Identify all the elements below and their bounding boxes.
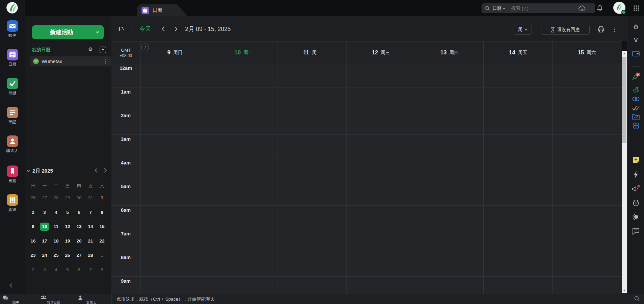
- mini-calendar-day[interactable]: 16: [27, 237, 39, 245]
- calendar-list-item[interactable]: ✓ Wumetax ⋮: [30, 56, 111, 66]
- vertical-scrollbar[interactable]: ▲ ▼: [622, 51, 627, 293]
- link-icon[interactable]: [627, 95, 644, 103]
- chat-search-icon[interactable]: [634, 296, 640, 302]
- search-scope-dropdown[interactable]: 日曆: [492, 5, 506, 11]
- mini-calendar-day[interactable]: 3: [39, 208, 50, 217]
- theme-toggle-icon[interactable]: [627, 212, 644, 221]
- mini-calendar-day[interactable]: 29: [62, 194, 73, 202]
- mini-calendar-day[interactable]: 17: [39, 237, 50, 245]
- mini-calendar-day[interactable]: 7: [85, 208, 96, 217]
- mini-calendar-day[interactable]: 5: [62, 208, 73, 217]
- chat-input-hint[interactable]: 点击这里，或按（Ctrl + Space），开始智能聊天: [117, 294, 215, 304]
- mini-calendar-day[interactable]: 8: [96, 266, 108, 274]
- scrollbar-thumb[interactable]: [622, 57, 626, 143]
- mini-calendar-day[interactable]: 28: [50, 194, 62, 202]
- mini-calendar-day[interactable]: 1: [96, 251, 108, 259]
- mini-calendar-day[interactable]: 6: [73, 208, 85, 217]
- mini-calendar-day[interactable]: 15: [96, 223, 108, 231]
- mini-calendar-day[interactable]: 21: [85, 237, 96, 245]
- gesture-hand-icon[interactable]: [627, 85, 644, 94]
- mini-calendar-day[interactable]: 3: [39, 266, 50, 274]
- mini-calendar-day[interactable]: 1: [96, 194, 108, 202]
- mini-calendar-day[interactable]: 22: [96, 237, 108, 245]
- chatbar-item-contacts[interactable]: 联系人: [78, 295, 105, 304]
- chatbar-item-chat[interactable]: 聊天: [2, 295, 29, 304]
- sidebar-collapse-icon[interactable]: [9, 283, 12, 288]
- feedback-chat-icon[interactable]: [627, 227, 644, 235]
- mini-calendar-day[interactable]: 6: [73, 266, 85, 274]
- mini-calendar-day[interactable]: 19: [62, 237, 73, 245]
- print-icon[interactable]: [596, 25, 606, 34]
- day-header[interactable]: 9周日: [140, 42, 209, 64]
- mini-calendar-day[interactable]: 9: [27, 223, 39, 231]
- tab-calendar[interactable]: 日曆: [137, 4, 192, 16]
- sparkle-add-icon[interactable]: [115, 24, 126, 34]
- folder-analytics-icon[interactable]: [627, 112, 644, 121]
- mini-calendar-day[interactable]: 31: [85, 194, 96, 202]
- mini-calendar-day[interactable]: 10: [40, 223, 49, 231]
- mini-calendar-day[interactable]: 11: [50, 223, 62, 231]
- day-header[interactable]: 12周三: [346, 42, 415, 64]
- mini-calendar-day[interactable]: 14: [85, 223, 96, 231]
- calendar-options-icon[interactable]: ⋮: [103, 58, 108, 65]
- mini-calendar-day[interactable]: 23: [27, 251, 39, 259]
- more-vertical-icon[interactable]: ⋮: [611, 25, 619, 34]
- scroll-up-icon[interactable]: ▲: [622, 51, 627, 56]
- notifications-bell-icon[interactable]: [595, 4, 604, 12]
- day-header[interactable]: 15周六: [552, 42, 621, 64]
- mini-calendar-day[interactable]: 30: [73, 194, 85, 202]
- mini-calendar-day[interactable]: 2: [27, 208, 39, 217]
- day-header[interactable]: 10周一: [209, 42, 278, 64]
- apps-grid-icon[interactable]: [632, 4, 641, 12]
- mini-calendar-day[interactable]: 26: [62, 251, 73, 259]
- timezone-cell[interactable]: GMT +08:00: [111, 42, 140, 64]
- mini-calendar-day[interactable]: 7: [85, 266, 96, 274]
- sidebar-item-contacts[interactable]: 聯絡人: [0, 135, 25, 153]
- mini-calendar-day[interactable]: 26: [27, 194, 39, 202]
- mini-calendar-day[interactable]: 27: [73, 251, 85, 259]
- compose-new-icon[interactable]: 新: [627, 72, 644, 81]
- prev-week-icon[interactable]: [159, 25, 167, 32]
- mini-calendar-day[interactable]: 4: [50, 208, 62, 217]
- mini-calendar-day[interactable]: 12: [62, 223, 73, 231]
- mini-calendar-day[interactable]: 18: [50, 237, 62, 245]
- mini-calendar-day[interactable]: 27: [39, 194, 50, 202]
- sidebar-item-mail[interactable]: 郵件: [0, 20, 25, 38]
- settings-gear-icon[interactable]: ⚙: [627, 22, 644, 31]
- day-header[interactable]: 13周四: [415, 42, 484, 64]
- sidebar-item-notes[interactable]: 筆記: [0, 107, 25, 125]
- mini-calendar-day[interactable]: 2: [27, 266, 39, 274]
- sidebar-item-calendar[interactable]: 日曆: [0, 49, 25, 67]
- collapse-caret-icon[interactable]: [27, 170, 30, 172]
- clover-icon[interactable]: [627, 121, 644, 130]
- wallet-icon[interactable]: [627, 49, 644, 58]
- announcement-icon[interactable]: [627, 184, 644, 193]
- mini-calendar-title[interactable]: 2月 2025: [32, 168, 53, 174]
- double-check-icon[interactable]: [627, 104, 644, 112]
- mini-calendar-day[interactable]: 20: [73, 237, 85, 245]
- view-selector[interactable]: 周: [514, 25, 532, 35]
- new-event-dropdown[interactable]: [91, 25, 104, 39]
- calendar-grid[interactable]: 12am1am2am3am4am5am6am7am8am9am: [111, 64, 627, 294]
- sticky-note-add-icon[interactable]: [627, 155, 644, 164]
- mini-calendar-next-icon[interactable]: [104, 168, 107, 173]
- day-header[interactable]: 11周二: [278, 42, 346, 64]
- calendar-check-icon[interactable]: ✓: [33, 58, 39, 64]
- sidebar-item-bookmarks[interactable]: 書簽: [0, 166, 25, 183]
- day-header[interactable]: 14周五: [483, 42, 552, 64]
- flash-icon[interactable]: [627, 170, 644, 179]
- scroll-down-icon[interactable]: ▼: [622, 288, 627, 293]
- rsvp-filter-button[interactable]: 還沒有回應: [541, 25, 590, 35]
- chatbar-item-channels[interactable]: 频道及组: [40, 295, 67, 304]
- mini-calendar-day[interactable]: 28: [85, 251, 96, 259]
- new-event-button[interactable]: 新建活動: [32, 25, 104, 39]
- sidebar-item-resources[interactable]: 資源: [0, 194, 25, 212]
- calendar-settings-gear-icon[interactable]: ⚙: [88, 46, 93, 52]
- next-week-icon[interactable]: [172, 25, 180, 32]
- mini-calendar-day[interactable]: 25: [50, 251, 62, 259]
- mini-calendar-day[interactable]: 13: [73, 223, 85, 231]
- mini-calendar-prev-icon[interactable]: [95, 168, 97, 173]
- mini-calendar-day[interactable]: 5: [62, 266, 73, 274]
- sidebar-item-todo[interactable]: 待辦: [0, 78, 25, 96]
- mini-calendar-day[interactable]: 24: [39, 251, 50, 259]
